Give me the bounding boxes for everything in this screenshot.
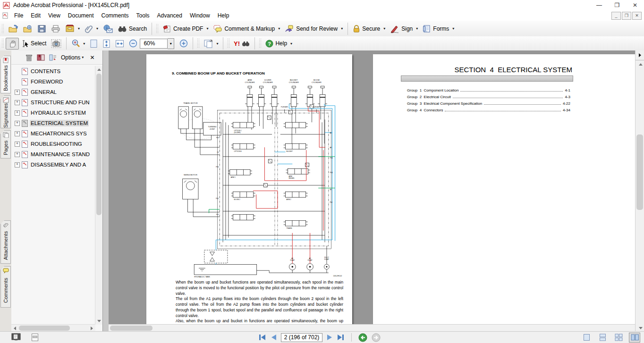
document-horizontal-scrollbar[interactable] [109,324,636,332]
menu-window[interactable]: Window [186,11,214,20]
scroll-left-icon[interactable] [11,325,18,332]
bookmark-item-disassembly[interactable]: DISASSEMBLY AND A [11,159,95,170]
menu-file[interactable]: File [10,11,27,20]
doc-restore-button[interactable]: ❐ [622,12,631,20]
snapshot-button[interactable] [49,38,64,50]
bookmark-item-structure[interactable]: STRUCTURE AND FUN [11,97,95,108]
scroll-up-icon[interactable] [637,61,644,68]
bookmark-expander-icon[interactable] [15,152,20,157]
hand-tool-button[interactable] [6,38,19,50]
create-pdf-button[interactable]: Create PDF [160,23,211,34]
last-page-button[interactable] [337,334,345,341]
toolbar-gripper[interactable] [1,38,4,49]
panel-close-icon[interactable]: ✕ [90,54,94,61]
toolbar-gripper[interactable] [259,38,261,49]
zoom-out-button[interactable] [127,38,140,49]
bookmark-item-troubleshooting[interactable]: ROUBLESHOOTING [11,139,95,149]
previous-view-button[interactable] [358,333,367,342]
tab-bookmarks[interactable]: Bookmarks [0,56,11,93]
email-button[interactable] [101,23,115,34]
attach-button[interactable] [82,23,101,34]
tab-signatures[interactable]: Signatures [0,95,11,128]
tab-pages[interactable]: Pages [0,130,11,159]
scroll-up-icon[interactable] [95,66,102,73]
scrollbar-thumb[interactable] [19,326,70,331]
save-button[interactable] [35,23,49,34]
organizer-button[interactable] [63,23,82,34]
delete-bookmark-icon[interactable] [25,54,33,61]
page-number-field[interactable]: 2 (196 of 702) [281,333,322,342]
minimize-button[interactable]: — [590,0,608,10]
page-view-icon[interactable] [31,333,39,342]
scrollbar-thumb[interactable] [110,326,153,331]
collapse-bookmarks-icon[interactable] [49,54,57,61]
next-page-button[interactable] [327,334,333,341]
doc-close-button[interactable]: ✕ [632,12,642,20]
toolbar-gripper[interactable] [1,24,4,34]
bookmark-item-hydraulic[interactable]: HYDRAULIC SYSTEM [11,108,95,118]
continuous-layout-button[interactable] [597,333,608,343]
menu-tools[interactable]: Tools [133,11,153,20]
zoom-in-button[interactable] [177,38,190,49]
doc-minimize-button[interactable]: _ [611,12,621,20]
fit-page-button[interactable] [87,38,100,50]
menu-comments[interactable]: Comments [98,11,133,20]
show-howto-pane-button[interactable] [636,50,644,60]
menu-help[interactable]: Help [214,11,233,20]
menu-view[interactable]: View [44,11,64,20]
yahoo-search-button[interactable]: Y! [231,38,252,49]
fit-height-button[interactable] [100,38,113,50]
bookmark-item-mechatronics[interactable]: MECHATRONICS SYS [11,128,95,139]
toolbar-gripper[interactable] [197,38,199,49]
expand-bookmark-icon[interactable] [37,54,45,61]
close-button[interactable]: ✕ [626,0,644,10]
options-menu[interactable]: Options [61,54,84,61]
restore-button[interactable]: ❐ [608,0,626,10]
search-button[interactable]: Search [115,24,149,34]
bookmarks-horizontal-scrollbar[interactable] [11,324,95,332]
scroll-down-icon[interactable] [637,325,644,332]
first-page-button[interactable] [259,334,266,341]
bookmark-expander-icon[interactable] [15,142,20,147]
page-display-button[interactable] [201,38,220,50]
print-button[interactable] [49,23,63,34]
bookmark-item-maintenance[interactable]: MAINTENANCE STAND [11,149,95,159]
bookmark-expander-icon[interactable] [15,90,20,95]
sign-button[interactable]: Sign [388,23,420,34]
forms-button[interactable]: Forms [420,23,457,34]
bookmarks-vertical-scrollbar[interactable] [95,66,102,325]
scrollbar-thumb[interactable] [636,134,643,210]
select-tool-button[interactable]: Select [19,38,49,49]
facing-layout-button[interactable] [613,333,624,343]
next-view-button[interactable] [372,333,381,342]
scrollbar-thumb[interactable] [96,74,102,215]
comment-markup-button[interactable]: Comment & Markup [211,23,282,34]
zoom-level-dropdown[interactable]: ▾ [168,38,174,49]
bookmark-expander-icon[interactable] [15,121,20,126]
toolbar-gripper[interactable] [156,24,158,34]
fullscreen-view-icon[interactable] [11,333,21,342]
menu-advanced[interactable]: Advanced [153,11,186,20]
bookmark-item-general[interactable]: GENERAL [11,87,95,97]
open-organizer-button[interactable] [20,23,35,34]
send-for-review-button[interactable]: Send for Review [282,23,345,34]
secure-button[interactable]: Secure [350,23,388,34]
previous-page-button[interactable] [271,334,277,341]
toolbar-gripper[interactable] [227,38,229,49]
bookmark-expander-icon[interactable] [15,100,20,105]
single-page-layout-button[interactable] [581,333,592,343]
fit-width-button[interactable] [113,38,127,50]
tab-attachments[interactable]: Attachments [0,220,11,264]
tab-comments[interactable]: Comments [0,266,11,308]
zoom-tool-button[interactable] [69,38,87,49]
bookmark-item-foreword[interactable]: FOREWORD [11,76,95,87]
bookmark-expander-icon[interactable] [15,110,20,116]
bookmark-expander-icon[interactable] [15,162,20,167]
zoom-level-field[interactable]: 60% [140,39,168,49]
help-button[interactable]: ? Help [263,38,295,49]
scroll-right-icon[interactable] [88,325,95,332]
scroll-down-icon[interactable] [95,318,102,325]
facing-continuous-layout-button[interactable] [629,333,640,343]
bookmark-item-contents[interactable]: CONTENTS [11,66,95,76]
open-button[interactable] [6,23,20,34]
